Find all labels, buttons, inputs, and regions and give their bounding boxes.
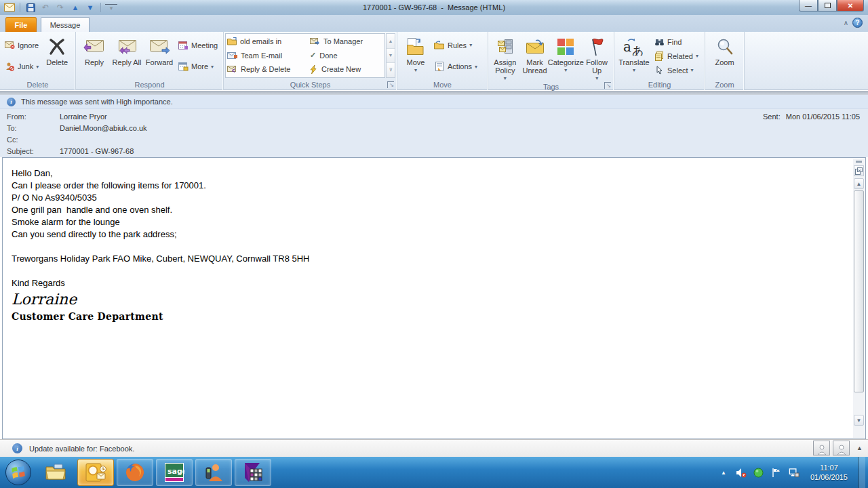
related-button[interactable]: Related ▾	[652, 49, 701, 63]
quick-step-old-emails[interactable]: old emails in	[227, 35, 310, 49]
assign-policy-label: Assign Policy	[490, 58, 520, 75]
quick-step-label: Reply & Delete	[241, 65, 290, 73]
tags-dialog-launcher[interactable]: ↘	[604, 82, 611, 89]
junk-button[interactable]: Junk ▾	[2, 60, 41, 74]
to-value[interactable]: Daniel.Moon@abiuk.co.uk	[60, 124, 147, 132]
assign-policy-button[interactable]: Assign Policy ▾	[490, 33, 520, 83]
delete-button[interactable]: Delete	[41, 33, 73, 79]
forward-button[interactable]: Forward	[143, 33, 176, 79]
rules-button[interactable]: Rules ▾	[432, 38, 479, 52]
taskbar-button-phone-app[interactable]	[195, 459, 232, 486]
splitter-handle[interactable]	[856, 161, 862, 163]
status-green-icon[interactable]	[753, 468, 764, 478]
group-label-quick-steps: Quick Steps	[290, 81, 330, 89]
volume-muted-icon[interactable]	[736, 468, 747, 478]
move-button[interactable]: Move ▾	[399, 33, 432, 79]
taskbar-button-grid-app[interactable]	[235, 459, 271, 486]
more-respond-button[interactable]: More ▾	[176, 60, 220, 74]
meeting-button[interactable]: Meeting	[176, 38, 220, 52]
show-desktop-button[interactable]	[859, 457, 865, 488]
dropdown-arrow-icon: ▾	[211, 64, 214, 70]
meeting-icon	[178, 40, 189, 51]
quick-step-team-email[interactable]: Team E-mail	[227, 49, 310, 63]
ignore-button[interactable]: Ignore	[2, 38, 41, 52]
collapse-ribbon-icon[interactable]: ∧	[844, 19, 848, 26]
message-body-text: Hello Dan, Can I please order the follow…	[12, 167, 845, 325]
sent-value: Mon 01/06/2015 11:05	[786, 113, 860, 121]
more-respond-icon	[178, 61, 189, 72]
body-line: One grill pan handle and one oven shelf.	[12, 204, 845, 216]
quick-steps-dialog-launcher[interactable]: ↘	[387, 81, 394, 88]
envelope-reply-delete-icon	[227, 66, 237, 73]
follow-up-flag-icon	[589, 35, 605, 58]
contact-avatar[interactable]	[833, 441, 850, 455]
people-pane-toggle-icon[interactable]	[854, 165, 864, 176]
show-hidden-icons-button[interactable]: ▲	[718, 470, 729, 476]
taskbar-button-outlook[interactable]	[77, 459, 114, 486]
quick-steps-scroll-down[interactable]: ▼	[387, 49, 395, 64]
rules-icon	[434, 40, 445, 51]
mark-unread-button[interactable]: Mark Unread	[520, 33, 550, 83]
related-icon	[654, 51, 665, 62]
quick-step-done[interactable]: ✓ Done	[310, 49, 383, 63]
actions-label: Actions	[448, 62, 472, 70]
categorize-button[interactable]: Categorize ▾	[549, 33, 582, 83]
minimize-button[interactable]: —	[799, 0, 818, 12]
zoom-magnifier-icon	[716, 35, 734, 58]
message-body-pane[interactable]: Hello Dan, Can I please order the follow…	[2, 157, 866, 439]
find-label: Find	[667, 38, 682, 46]
from-value[interactable]: Lorraine Pryor	[60, 113, 107, 121]
quick-step-create-new[interactable]: Create New	[310, 62, 383, 77]
move-icon	[406, 35, 425, 58]
scroll-up-button[interactable]: ▲	[854, 178, 864, 189]
select-cursor-icon	[654, 65, 665, 76]
quick-steps-more-button[interactable]: ⊽	[387, 63, 395, 77]
quick-step-to-manager[interactable]: To Manager	[310, 35, 383, 49]
clock-time: 11:07	[810, 463, 848, 472]
translate-button[interactable]: aあ Translate ▾	[616, 33, 652, 79]
body-line: Hello Dan,	[12, 167, 845, 180]
network-icon[interactable]	[789, 468, 800, 478]
delete-icon	[48, 35, 66, 58]
help-button[interactable]: ?	[852, 18, 863, 28]
taskbar-button-sage[interactable]: sage	[156, 459, 193, 486]
follow-up-button[interactable]: Follow Up ▾	[582, 33, 612, 83]
expand-people-pane-icon[interactable]: ▲	[856, 445, 863, 451]
quick-step-label: old emails in	[240, 37, 281, 45]
taskbar-clock[interactable]: 11:07 01/06/2015	[810, 463, 848, 482]
reply-button[interactable]: Reply	[78, 33, 111, 79]
body-line: Treworgans Holiday Park FAO Mike, Cubert…	[12, 253, 845, 265]
group-label-respond: Respond	[134, 81, 164, 89]
update-text[interactable]: Update available for: Facebook.	[29, 445, 134, 453]
quick-steps-scroll-up[interactable]: ▲	[387, 34, 395, 49]
find-button[interactable]: Find	[652, 35, 701, 49]
reply-all-button[interactable]: Reply All	[111, 33, 143, 79]
ribbon-group-quick-steps: old emails in To Manager Team E-mail	[224, 32, 397, 90]
body-line-blank	[12, 265, 845, 277]
taskbar-button-firefox[interactable]	[117, 459, 153, 486]
restore-button[interactable]	[818, 0, 837, 12]
message-header: From: Lorraine Pryor To: Daniel.Moon@abi…	[0, 109, 868, 157]
close-button[interactable]: ✕	[837, 0, 864, 12]
taskbar-button-explorer[interactable]	[38, 459, 75, 486]
zoom-button[interactable]: Zoom	[709, 33, 741, 79]
action-center-flag-icon[interactable]	[771, 468, 782, 478]
window-title: 1770001 - GW-967-68 - Message (HTML)	[0, 3, 868, 12]
body-line: P/ O No As9340/5035	[12, 192, 845, 204]
body-line: Can you send directly to the park addres…	[12, 228, 845, 241]
tab-file[interactable]: File	[5, 17, 37, 32]
contact-avatar[interactable]	[813, 441, 830, 455]
quick-step-reply-delete[interactable]: Reply & Delete	[227, 62, 310, 77]
signature-department: Customer Care Department	[12, 308, 845, 325]
body-line: Kind Regards	[12, 277, 845, 289]
tab-message[interactable]: Message	[41, 17, 90, 32]
select-button[interactable]: Select ▾	[652, 63, 701, 77]
actions-button[interactable]: Actions ▾	[432, 60, 479, 74]
scrollbar-thumb[interactable]	[854, 190, 864, 392]
vertical-scrollbar[interactable]: ▲ ▼	[853, 159, 865, 438]
start-button[interactable]	[5, 460, 31, 485]
dropdown-arrow-icon: ▾	[414, 66, 417, 75]
scroll-down-button[interactable]: ▼	[854, 415, 864, 426]
svg-text:sage: sage	[167, 467, 184, 476]
group-label-zoom: Zoom	[715, 81, 734, 89]
